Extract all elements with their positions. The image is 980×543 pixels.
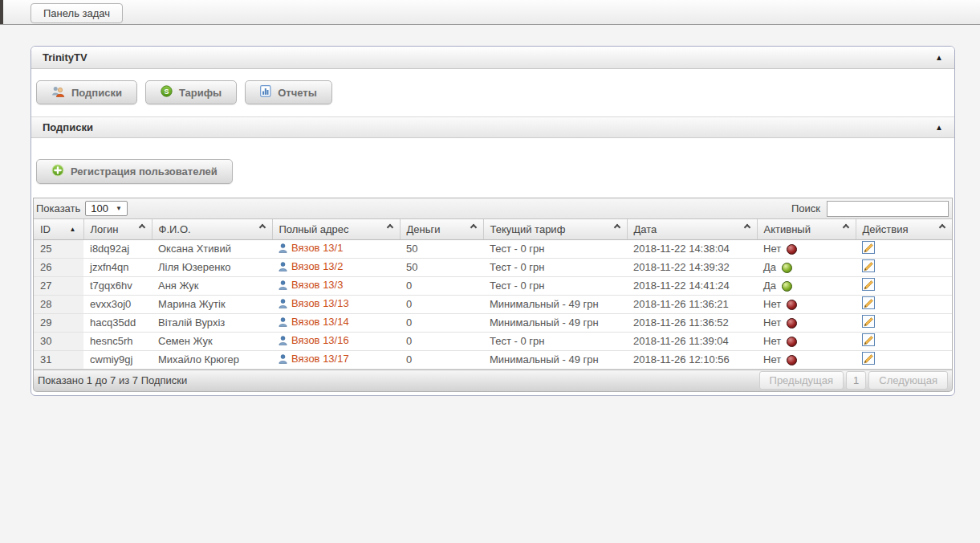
reports-nav-button[interactable]: Отчеты (245, 80, 332, 104)
task-panel-button[interactable]: Панель задач (30, 3, 123, 23)
cell-actions (856, 350, 952, 369)
taskbar-left-edge (0, 0, 3, 24)
column-header-6[interactable]: Текущий тариф (483, 219, 627, 239)
sort-asc-icon: ▲ (70, 226, 76, 233)
cell-tariff: Тест - 0 грн (483, 276, 627, 295)
subscriptions-nav-button[interactable]: Подписки (36, 80, 137, 104)
cell-money: 0 (400, 313, 483, 332)
column-header-9[interactable]: Действия (856, 219, 952, 239)
cell-name: Семен Жук (152, 332, 272, 350)
page-size-select[interactable]: 100 ▼ (85, 201, 128, 216)
cell-name: Оксана Хтивий (152, 239, 272, 258)
active-text: Нет (763, 298, 781, 310)
column-label: Действия (863, 223, 909, 235)
column-header-2[interactable]: Логин (83, 219, 152, 239)
table-row: 26 jzxfn4qn Ліля Юзеренко Вязов 13/2 50 … (34, 258, 952, 276)
tariffs-nav-button[interactable]: S Тарифы (145, 80, 237, 104)
cell-active: Нет (757, 332, 856, 350)
cell-address: Вязов 13/17 (272, 350, 400, 369)
cell-actions (856, 295, 952, 313)
column-header-5[interactable]: Деньги (400, 219, 483, 239)
cell-login: hacq35dd (83, 313, 152, 332)
edit-icon[interactable] (862, 315, 876, 331)
address-link[interactable]: Вязов 13/2 (291, 260, 343, 272)
person-icon (279, 262, 287, 274)
cell-date: 2018-11-26 12:10:56 (627, 350, 757, 369)
person-icon (279, 354, 287, 366)
section-collapse-triangle-icon[interactable]: ▲ (935, 123, 943, 132)
cell-money: 0 (400, 295, 483, 313)
pagination-next-button[interactable]: Следующая (868, 371, 948, 390)
sort-caret-icon (743, 224, 750, 231)
cell-address: Вязов 13/16 (272, 332, 400, 350)
address-link[interactable]: Вязов 13/16 (291, 334, 349, 346)
address-link[interactable]: Вязов 13/13 (291, 297, 349, 309)
active-text: Нет (763, 335, 781, 347)
edit-icon[interactable] (862, 278, 876, 294)
tariffs-nav-label: Тарифы (179, 87, 222, 99)
table-row: 30 hesnc5rh Семен Жук Вязов 13/16 0 Тест… (34, 332, 952, 350)
cell-name: Михайло Крюгер (152, 350, 272, 369)
cell-active: Да (757, 276, 856, 295)
reports-nav-label: Отчеты (278, 87, 317, 99)
column-label: Логин (91, 223, 119, 235)
edit-icon[interactable] (862, 352, 876, 368)
address-link[interactable]: Вязов 13/14 (291, 316, 349, 328)
tariff-coin-icon: S (161, 85, 173, 100)
edit-icon[interactable] (862, 333, 876, 349)
status-led-icon (787, 300, 797, 310)
table-footer-bar: Показано 1 до 7 из 7 Подписки Предыдущая… (33, 370, 953, 392)
cell-id: 30 (34, 332, 83, 350)
column-header-4[interactable]: Полный адрес (272, 219, 400, 239)
collapse-triangle-icon[interactable]: ▲ (935, 53, 943, 62)
sort-caret-icon (842, 224, 848, 231)
cell-tariff: Минимальный - 49 грн (483, 350, 627, 369)
edit-icon[interactable] (862, 241, 876, 257)
cell-tariff: Минимальный - 49 грн (483, 313, 627, 332)
register-users-label: Регистрация пользователей (71, 165, 218, 178)
status-led-icon (787, 355, 797, 365)
subscriptions-table-wrapper: Показать 100 ▼ Поиск (33, 198, 953, 370)
cell-address: Вязов 13/3 (272, 276, 400, 295)
pagination-previous-button[interactable]: Предыдущая (759, 371, 844, 390)
cell-money: 0 (400, 332, 483, 350)
column-label: Ф.И.О. (159, 223, 191, 235)
cell-tariff: Тест - 0 грн (483, 239, 627, 258)
cell-address: Вязов 13/13 (272, 295, 400, 313)
edit-icon[interactable] (862, 296, 876, 312)
search-input[interactable] (827, 201, 949, 217)
table-body: 25 i8dq92aj Оксана Хтивий Вязов 13/1 50 … (34, 239, 952, 369)
cell-id: 27 (34, 276, 83, 295)
cell-address: Вязов 13/1 (272, 239, 400, 258)
column-header-8[interactable]: Активный (757, 219, 856, 239)
panel-header[interactable]: TrinityTV ▲ (31, 47, 954, 69)
pagination-page-1-button[interactable]: 1 (846, 371, 866, 390)
column-label: Текущий тариф (490, 223, 566, 235)
column-header-3[interactable]: Ф.И.О. (152, 219, 272, 239)
cell-money: 50 (400, 258, 483, 276)
active-text: Нет (763, 316, 781, 329)
address-link[interactable]: Вязов 13/17 (291, 353, 349, 365)
cell-login: evxx3oj0 (83, 295, 152, 313)
sort-caret-icon (386, 224, 392, 231)
users-icon (51, 86, 65, 100)
subscriptions-section-header[interactable]: Подписки ▲ (31, 116, 954, 138)
active-text: Нет (763, 353, 781, 365)
column-label: Активный (764, 223, 811, 235)
cell-date: 2018-11-22 14:41:24 (627, 276, 757, 295)
column-header-7[interactable]: Дата (627, 219, 757, 239)
edit-icon[interactable] (862, 259, 876, 276)
cell-money: 0 (400, 276, 483, 295)
sort-caret-icon (138, 224, 144, 231)
address-link[interactable]: Вязов 13/1 (291, 242, 343, 254)
address-link[interactable]: Вязов 13/3 (291, 279, 343, 291)
cell-tariff: Тест - 0 грн (483, 258, 627, 276)
cell-id: 26 (34, 258, 83, 276)
column-header-1[interactable]: ID▲ (34, 219, 83, 239)
status-led-icon (787, 318, 797, 329)
cell-date: 2018-11-22 14:39:32 (627, 258, 757, 276)
person-icon (279, 280, 287, 292)
status-led-icon (787, 337, 797, 347)
register-users-button[interactable]: Регистрация пользователей (36, 159, 233, 184)
cell-actions (856, 276, 952, 295)
